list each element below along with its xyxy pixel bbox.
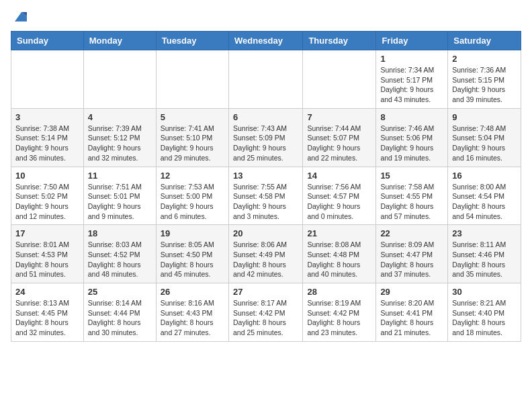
day-number: 7 — [307, 112, 371, 122]
day-number: 27 — [233, 287, 298, 297]
day-number: 19 — [161, 228, 224, 238]
day-number: 18 — [88, 228, 152, 238]
day-info: Sunrise: 7:46 AM Sunset: 5:06 PM Dayligh… — [380, 124, 443, 163]
calendar-day-cell: 14Sunrise: 7:56 AM Sunset: 4:57 PM Dayli… — [303, 167, 376, 225]
calendar-day-cell: 17Sunrise: 8:01 AM Sunset: 4:53 PM Dayli… — [11, 225, 84, 283]
day-number: 14 — [307, 171, 371, 181]
calendar-day-cell: 18Sunrise: 8:03 AM Sunset: 4:52 PM Dayli… — [83, 225, 156, 283]
day-number: 1 — [380, 54, 443, 64]
calendar-day-cell — [156, 50, 228, 109]
day-number: 28 — [307, 287, 371, 297]
day-number: 2 — [452, 54, 517, 64]
day-number: 21 — [307, 228, 371, 238]
day-number: 26 — [161, 287, 224, 297]
day-info: Sunrise: 8:05 AM Sunset: 4:50 PM Dayligh… — [161, 240, 224, 279]
calendar-day-cell: 1Sunrise: 7:34 AM Sunset: 5:17 PM Daylig… — [376, 50, 448, 109]
calendar-day-cell: 24Sunrise: 8:13 AM Sunset: 4:45 PM Dayli… — [11, 283, 84, 342]
calendar-week-row: 24Sunrise: 8:13 AM Sunset: 4:45 PM Dayli… — [11, 283, 521, 342]
calendar-day-cell: 4Sunrise: 7:39 AM Sunset: 5:12 PM Daylig… — [83, 108, 156, 167]
day-number: 5 — [161, 112, 224, 122]
logo — [11, 11, 27, 26]
day-info: Sunrise: 7:56 AM Sunset: 4:57 PM Dayligh… — [307, 182, 371, 222]
calendar-header-thursday: Thursday — [303, 32, 376, 50]
day-info: Sunrise: 8:13 AM Sunset: 4:45 PM Dayligh… — [15, 298, 79, 338]
day-info: Sunrise: 7:44 AM Sunset: 5:07 PM Dayligh… — [307, 124, 371, 163]
calendar-day-cell: 9Sunrise: 7:48 AM Sunset: 5:04 PM Daylig… — [448, 108, 521, 167]
day-info: Sunrise: 7:48 AM Sunset: 5:04 PM Dayligh… — [452, 124, 517, 163]
day-number: 17 — [15, 228, 79, 238]
calendar-day-cell: 21Sunrise: 8:08 AM Sunset: 4:48 PM Dayli… — [303, 225, 376, 283]
calendar-day-cell: 6Sunrise: 7:43 AM Sunset: 5:09 PM Daylig… — [228, 108, 302, 167]
day-number: 22 — [380, 228, 443, 238]
day-number: 15 — [380, 171, 443, 181]
calendar-table: SundayMondayTuesdayWednesdayThursdayFrid… — [11, 31, 521, 342]
calendar-day-cell: 15Sunrise: 7:58 AM Sunset: 4:55 PM Dayli… — [376, 167, 448, 225]
day-number: 11 — [88, 171, 152, 181]
day-info: Sunrise: 8:20 AM Sunset: 4:41 PM Dayligh… — [380, 298, 443, 338]
day-info: Sunrise: 7:38 AM Sunset: 5:14 PM Dayligh… — [15, 124, 79, 163]
day-number: 23 — [452, 228, 517, 238]
calendar-day-cell: 26Sunrise: 8:16 AM Sunset: 4:43 PM Dayli… — [156, 283, 228, 342]
day-number: 24 — [15, 287, 79, 297]
day-info: Sunrise: 7:34 AM Sunset: 5:17 PM Dayligh… — [380, 65, 443, 105]
day-info: Sunrise: 8:14 AM Sunset: 4:44 PM Dayligh… — [88, 298, 152, 338]
header — [11, 11, 521, 26]
calendar-day-cell: 11Sunrise: 7:51 AM Sunset: 5:01 PM Dayli… — [83, 167, 156, 225]
day-number: 30 — [452, 287, 517, 297]
calendar-header-wednesday: Wednesday — [228, 32, 302, 50]
day-info: Sunrise: 8:03 AM Sunset: 4:52 PM Dayligh… — [88, 240, 152, 279]
day-info: Sunrise: 7:39 AM Sunset: 5:12 PM Dayligh… — [88, 124, 152, 163]
calendar-day-cell: 7Sunrise: 7:44 AM Sunset: 5:07 PM Daylig… — [303, 108, 376, 167]
calendar-day-cell: 27Sunrise: 8:17 AM Sunset: 4:42 PM Dayli… — [228, 283, 302, 342]
calendar-week-row: 17Sunrise: 8:01 AM Sunset: 4:53 PM Dayli… — [11, 225, 521, 283]
calendar-day-cell: 22Sunrise: 8:09 AM Sunset: 4:47 PM Dayli… — [376, 225, 448, 283]
calendar-day-cell: 29Sunrise: 8:20 AM Sunset: 4:41 PM Dayli… — [376, 283, 448, 342]
day-info: Sunrise: 7:58 AM Sunset: 4:55 PM Dayligh… — [380, 182, 443, 222]
calendar-day-cell: 5Sunrise: 7:41 AM Sunset: 5:10 PM Daylig… — [156, 108, 228, 167]
calendar-day-cell: 30Sunrise: 8:21 AM Sunset: 4:40 PM Dayli… — [448, 283, 521, 342]
day-number: 29 — [380, 287, 443, 297]
calendar-week-row: 1Sunrise: 7:34 AM Sunset: 5:17 PM Daylig… — [11, 50, 521, 109]
day-info: Sunrise: 7:36 AM Sunset: 5:15 PM Dayligh… — [452, 65, 517, 105]
day-info: Sunrise: 7:50 AM Sunset: 5:02 PM Dayligh… — [15, 182, 79, 222]
logo-icon — [12, 9, 27, 24]
day-number: 3 — [15, 112, 79, 122]
day-info: Sunrise: 7:43 AM Sunset: 5:09 PM Dayligh… — [233, 124, 298, 163]
calendar-day-cell — [83, 50, 156, 109]
calendar-week-row: 3Sunrise: 7:38 AM Sunset: 5:14 PM Daylig… — [11, 108, 521, 167]
calendar-day-cell: 25Sunrise: 8:14 AM Sunset: 4:44 PM Dayli… — [83, 283, 156, 342]
day-info: Sunrise: 7:41 AM Sunset: 5:10 PM Dayligh… — [161, 124, 224, 163]
calendar-day-cell: 8Sunrise: 7:46 AM Sunset: 5:06 PM Daylig… — [376, 108, 448, 167]
day-info: Sunrise: 8:16 AM Sunset: 4:43 PM Dayligh… — [161, 298, 224, 338]
day-info: Sunrise: 7:51 AM Sunset: 5:01 PM Dayligh… — [88, 182, 152, 222]
day-info: Sunrise: 8:21 AM Sunset: 4:40 PM Dayligh… — [452, 298, 517, 338]
day-info: Sunrise: 7:55 AM Sunset: 4:58 PM Dayligh… — [233, 182, 298, 222]
day-info: Sunrise: 8:09 AM Sunset: 4:47 PM Dayligh… — [380, 240, 443, 279]
day-number: 9 — [452, 112, 517, 122]
day-info: Sunrise: 7:53 AM Sunset: 5:00 PM Dayligh… — [161, 182, 224, 222]
day-number: 8 — [380, 112, 443, 122]
calendar-day-cell: 10Sunrise: 7:50 AM Sunset: 5:02 PM Dayli… — [11, 167, 84, 225]
calendar-day-cell: 19Sunrise: 8:05 AM Sunset: 4:50 PM Dayli… — [156, 225, 228, 283]
calendar-day-cell: 3Sunrise: 7:38 AM Sunset: 5:14 PM Daylig… — [11, 108, 84, 167]
day-number: 20 — [233, 228, 298, 238]
day-info: Sunrise: 8:00 AM Sunset: 4:54 PM Dayligh… — [452, 182, 517, 222]
calendar-header-sunday: Sunday — [11, 32, 84, 50]
day-info: Sunrise: 8:11 AM Sunset: 4:46 PM Dayligh… — [452, 240, 517, 279]
day-number: 4 — [88, 112, 152, 122]
calendar-header-friday: Friday — [376, 32, 448, 50]
day-info: Sunrise: 8:01 AM Sunset: 4:53 PM Dayligh… — [15, 240, 79, 279]
day-number: 6 — [233, 112, 298, 122]
day-number: 12 — [161, 171, 224, 181]
day-number: 16 — [452, 171, 517, 181]
day-info: Sunrise: 8:06 AM Sunset: 4:49 PM Dayligh… — [233, 240, 298, 279]
day-info: Sunrise: 8:08 AM Sunset: 4:48 PM Dayligh… — [307, 240, 371, 279]
calendar-day-cell: 12Sunrise: 7:53 AM Sunset: 5:00 PM Dayli… — [156, 167, 228, 225]
calendar-day-cell: 13Sunrise: 7:55 AM Sunset: 4:58 PM Dayli… — [228, 167, 302, 225]
calendar-day-cell: 28Sunrise: 8:19 AM Sunset: 4:42 PM Dayli… — [303, 283, 376, 342]
calendar-day-cell — [11, 50, 84, 109]
calendar-day-cell — [228, 50, 302, 109]
calendar-week-row: 10Sunrise: 7:50 AM Sunset: 5:02 PM Dayli… — [11, 167, 521, 225]
day-number: 10 — [15, 171, 79, 181]
calendar-header-tuesday: Tuesday — [156, 32, 228, 50]
